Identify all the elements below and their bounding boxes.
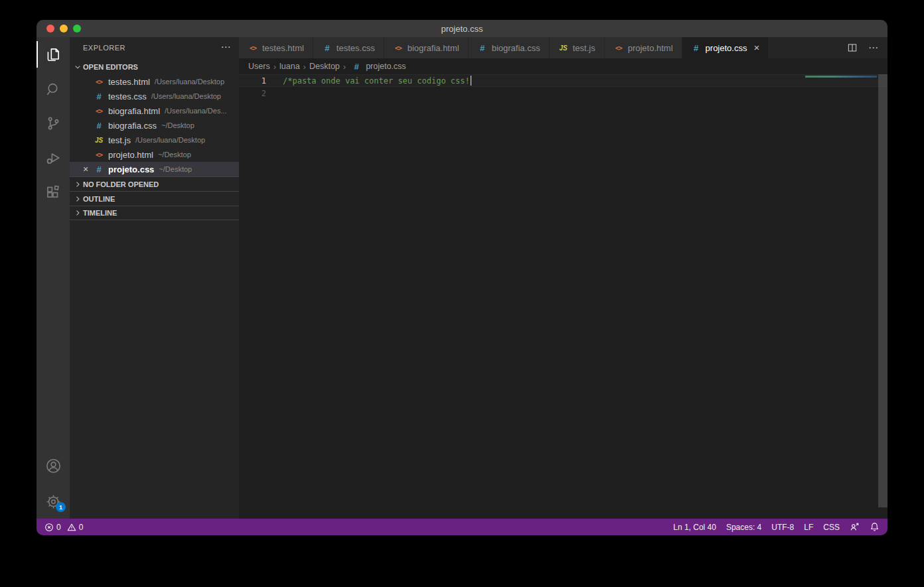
warning-count: 0 (79, 523, 84, 532)
css-file-icon: # (94, 164, 104, 174)
sidebar-title: EXPLORER (83, 44, 125, 52)
css-file-icon: # (351, 62, 362, 72)
encoding-info[interactable]: UTF-8 (771, 523, 794, 532)
cursor-position[interactable]: Ln 1, Col 40 (673, 523, 716, 532)
indentation-info[interactable]: Spaces: 4 (726, 523, 761, 532)
tab-bar: <> testes.html # testes.css <> biografia… (239, 37, 887, 58)
code-line[interactable]: 2 (239, 87, 887, 99)
accounts-icon[interactable] (37, 451, 70, 480)
code-line[interactable]: 1 /*pasta onde vai conter seu codigo css… (239, 74, 887, 87)
editor-more-actions-icon[interactable]: ⋯ (868, 42, 878, 54)
notifications-bell-icon[interactable] (870, 522, 880, 532)
section-outline[interactable]: OUTLINE (70, 191, 239, 206)
close-tab-icon[interactable]: × (753, 44, 759, 52)
tab-test-js[interactable]: JS test.js (550, 37, 605, 58)
breadcrumb-file[interactable]: projeto.css (366, 62, 406, 71)
open-editor-item[interactable]: <> projeto.html ~/Desktop (70, 147, 239, 162)
html-file-icon: <> (94, 78, 104, 86)
tab-projeto-html[interactable]: <> projeto.html (605, 37, 682, 58)
breadcrumb-segment[interactable]: Users (248, 62, 270, 71)
js-file-icon: JS (94, 137, 104, 144)
error-count: 0 (56, 523, 61, 532)
breadcrumb-segment[interactable]: Desktop (309, 62, 340, 71)
html-file-icon: <> (94, 151, 104, 159)
explorer-more-actions-icon[interactable]: ⋯ (221, 44, 232, 50)
chevron-right-icon (72, 209, 83, 217)
split-editor-icon[interactable] (847, 42, 858, 53)
html-file-icon: <> (393, 44, 404, 52)
error-icon (44, 523, 54, 532)
breadcrumb-separator: › (273, 62, 276, 72)
chevron-right-icon (72, 180, 83, 188)
vscode-window: projeto.css (37, 20, 887, 535)
open-editor-item[interactable]: <> testes.html /Users/luana/Desktop (70, 74, 239, 89)
section-no-folder-opened[interactable]: NO FOLDER OPENED (70, 176, 239, 191)
title-bar: projeto.css (37, 20, 887, 37)
open-editors-header[interactable]: OPEN EDITORS (70, 60, 239, 74)
tab-testes-html[interactable]: <> testes.html (239, 37, 313, 58)
close-editor-icon[interactable]: × (83, 164, 94, 174)
explorer-icon[interactable] (37, 37, 70, 72)
section-timeline[interactable]: TIMELINE (70, 206, 239, 220)
settings-gear-icon[interactable]: 1 (37, 487, 70, 516)
vertical-scrollbar[interactable] (878, 74, 887, 507)
css-file-icon: # (94, 121, 104, 131)
open-editor-item[interactable]: <> biografia.html /Users/luana/Des... (70, 103, 239, 118)
breadcrumb-separator: › (343, 62, 346, 72)
tab-biografia-css[interactable]: # biografia.css (469, 37, 550, 58)
editor-group: <> testes.html # testes.css <> biografia… (239, 37, 887, 519)
tab-biografia-html[interactable]: <> biografia.html (384, 37, 469, 58)
breadcrumb-separator: › (303, 62, 306, 72)
breadcrumb: Users › luana › Desktop › # projeto.css (239, 58, 887, 74)
open-editor-item-active[interactable]: × # projeto.css ~/Desktop (70, 162, 239, 176)
html-file-icon: <> (248, 44, 258, 52)
css-file-icon: # (94, 92, 104, 101)
activity-bar: 1 (37, 37, 70, 519)
explorer-sidebar: EXPLORER ⋯ OPEN EDITORS <> testes.html /… (70, 37, 239, 519)
css-file-icon: # (322, 43, 333, 53)
breadcrumb-segment[interactable]: luana (279, 62, 300, 71)
search-icon[interactable] (37, 72, 70, 106)
text-cursor (471, 76, 472, 86)
open-editor-item[interactable]: JS test.js /Users/luana/Desktop (70, 133, 239, 147)
language-mode[interactable]: CSS (823, 523, 840, 532)
line-number: 2 (239, 89, 283, 98)
line-number: 1 (239, 76, 283, 86)
source-control-icon[interactable] (37, 106, 70, 141)
css-file-icon: # (477, 43, 488, 53)
code-editor[interactable]: 1 /*pasta onde vai conter seu codigo css… (239, 74, 887, 519)
warning-icon (67, 523, 76, 532)
settings-badge: 1 (56, 502, 66, 512)
css-file-icon: # (691, 43, 702, 53)
chevron-right-icon (72, 195, 83, 203)
tab-projeto-css-active[interactable]: # projeto.css × (682, 37, 769, 58)
open-editor-item[interactable]: # biografia.css ~/Desktop (70, 118, 239, 133)
extensions-icon[interactable] (37, 175, 70, 210)
open-editor-item[interactable]: # testes.css /Users/luana/Desktop (70, 89, 239, 103)
window-title: projeto.css (37, 24, 887, 34)
html-file-icon: <> (613, 44, 624, 52)
chevron-down-icon (72, 63, 83, 71)
code-text: /*pasta onde vai conter seu codigo css! (283, 76, 470, 86)
html-file-icon: <> (94, 107, 104, 115)
run-debug-icon[interactable] (37, 141, 70, 175)
minimap-line (805, 76, 877, 78)
status-bar: 0 0 Ln 1, Col 40 Spaces: 4 UTF-8 LF CSS (37, 519, 887, 535)
problems-indicator[interactable]: 0 0 (44, 523, 83, 532)
feedback-icon[interactable] (850, 522, 860, 532)
tab-testes-css[interactable]: # testes.css (313, 37, 384, 58)
eol-info[interactable]: LF (804, 523, 813, 532)
js-file-icon: JS (558, 44, 569, 52)
